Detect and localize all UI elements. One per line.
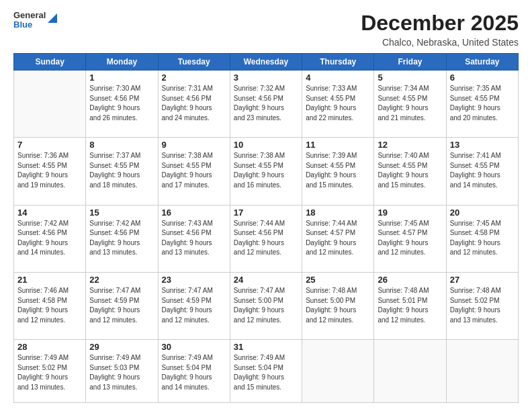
cell-info: Sunrise: 7:46 AMSunset: 4:58 PMDaylight:…	[17, 286, 82, 325]
cell-info: Sunrise: 7:38 AMSunset: 4:55 PMDaylight:…	[234, 151, 298, 190]
calendar-cell: 15Sunrise: 7:42 AMSunset: 4:56 PMDayligh…	[86, 205, 158, 272]
day-number: 26	[378, 275, 442, 285]
location: Chalco, Nebraska, United States	[361, 37, 519, 48]
cell-info: Sunrise: 7:34 AMSunset: 4:55 PMDaylight:…	[378, 84, 442, 123]
calendar-cell: 22Sunrise: 7:47 AMSunset: 4:59 PMDayligh…	[86, 273, 158, 340]
day-number: 5	[378, 73, 442, 83]
day-number: 15	[89, 208, 154, 218]
calendar-week-row: 28Sunrise: 7:49 AMSunset: 5:02 PMDayligh…	[14, 340, 519, 403]
calendar-cell: 7Sunrise: 7:36 AMSunset: 4:55 PMDaylight…	[14, 138, 86, 205]
cell-info: Sunrise: 7:44 AMSunset: 4:56 PMDaylight:…	[234, 219, 298, 258]
cell-info: Sunrise: 7:31 AMSunset: 4:56 PMDaylight:…	[162, 84, 226, 123]
day-number: 10	[234, 140, 298, 150]
cell-info: Sunrise: 7:39 AMSunset: 4:55 PMDaylight:…	[306, 151, 370, 190]
calendar-header-row: SundayMondayTuesdayWednesdayThursdayFrid…	[14, 54, 519, 71]
day-number: 31	[234, 342, 298, 352]
cell-info: Sunrise: 7:35 AMSunset: 4:55 PMDaylight:…	[450, 84, 515, 123]
calendar-cell: 10Sunrise: 7:38 AMSunset: 4:55 PMDayligh…	[230, 138, 302, 205]
logo-text: General Blue	[13, 11, 46, 30]
day-number: 21	[17, 275, 82, 285]
day-number: 4	[306, 73, 370, 83]
day-number: 18	[306, 208, 370, 218]
calendar-cell: 1Sunrise: 7:30 AMSunset: 4:56 PMDaylight…	[86, 71, 158, 138]
day-number: 8	[89, 140, 154, 150]
day-number: 29	[89, 342, 154, 352]
day-number: 1	[89, 73, 154, 83]
calendar-cell: 29Sunrise: 7:49 AMSunset: 5:03 PMDayligh…	[86, 340, 158, 403]
calendar-cell: 9Sunrise: 7:38 AMSunset: 4:55 PMDaylight…	[158, 138, 230, 205]
calendar-cell: 23Sunrise: 7:47 AMSunset: 4:59 PMDayligh…	[158, 273, 230, 340]
day-number: 14	[17, 208, 82, 218]
day-number: 28	[17, 342, 82, 352]
cell-info: Sunrise: 7:40 AMSunset: 4:55 PMDaylight:…	[378, 151, 442, 190]
cell-info: Sunrise: 7:45 AMSunset: 4:58 PMDaylight:…	[450, 219, 515, 258]
calendar-cell: 21Sunrise: 7:46 AMSunset: 4:58 PMDayligh…	[14, 273, 86, 340]
logo-blue: Blue	[13, 20, 46, 30]
day-number: 23	[162, 275, 226, 285]
cell-info: Sunrise: 7:49 AMSunset: 5:02 PMDaylight:…	[17, 353, 82, 392]
calendar-cell: 13Sunrise: 7:41 AMSunset: 4:55 PMDayligh…	[446, 138, 518, 205]
calendar-cell: 8Sunrise: 7:37 AMSunset: 4:55 PMDaylight…	[86, 138, 158, 205]
calendar-week-row: 7Sunrise: 7:36 AMSunset: 4:55 PMDaylight…	[14, 138, 519, 205]
day-number: 2	[162, 73, 226, 83]
calendar-cell: 2Sunrise: 7:31 AMSunset: 4:56 PMDaylight…	[158, 71, 230, 138]
day-number: 30	[162, 342, 226, 352]
day-number: 17	[234, 208, 298, 218]
cell-info: Sunrise: 7:47 AMSunset: 4:59 PMDaylight:…	[162, 286, 226, 325]
calendar-cell: 11Sunrise: 7:39 AMSunset: 4:55 PMDayligh…	[302, 138, 374, 205]
cell-info: Sunrise: 7:47 AMSunset: 4:59 PMDaylight:…	[89, 286, 154, 325]
cell-info: Sunrise: 7:49 AMSunset: 5:03 PMDaylight:…	[89, 353, 154, 392]
day-number: 27	[450, 275, 515, 285]
day-number: 22	[89, 275, 154, 285]
day-number: 13	[450, 140, 515, 150]
page: General Blue December 2025 Chalco, Nebra…	[0, 0, 532, 411]
cell-info: Sunrise: 7:32 AMSunset: 4:56 PMDaylight:…	[234, 84, 298, 123]
cell-info: Sunrise: 7:44 AMSunset: 4:57 PMDaylight:…	[306, 219, 370, 258]
day-number: 12	[378, 140, 442, 150]
header: General Blue December 2025 Chalco, Nebra…	[13, 11, 519, 48]
cell-info: Sunrise: 7:48 AMSunset: 5:01 PMDaylight:…	[378, 286, 442, 325]
cell-info: Sunrise: 7:37 AMSunset: 4:55 PMDaylight:…	[89, 151, 154, 190]
calendar-cell: 30Sunrise: 7:49 AMSunset: 5:04 PMDayligh…	[158, 340, 230, 403]
day-number: 24	[234, 275, 298, 285]
calendar-cell: 20Sunrise: 7:45 AMSunset: 4:58 PMDayligh…	[446, 205, 518, 272]
cell-info: Sunrise: 7:49 AMSunset: 5:04 PMDaylight:…	[234, 353, 298, 392]
title-area: December 2025 Chalco, Nebraska, United S…	[361, 11, 519, 48]
calendar-cell: 3Sunrise: 7:32 AMSunset: 4:56 PMDaylight…	[230, 71, 302, 138]
calendar-cell: 17Sunrise: 7:44 AMSunset: 4:56 PMDayligh…	[230, 205, 302, 272]
cell-info: Sunrise: 7:47 AMSunset: 5:00 PMDaylight:…	[234, 286, 298, 325]
calendar-cell	[374, 340, 446, 403]
calendar-cell: 25Sunrise: 7:48 AMSunset: 5:00 PMDayligh…	[302, 273, 374, 340]
calendar-day-header: Sunday	[14, 54, 86, 71]
calendar-cell: 16Sunrise: 7:43 AMSunset: 4:56 PMDayligh…	[158, 205, 230, 272]
calendar-cell: 24Sunrise: 7:47 AMSunset: 5:00 PMDayligh…	[230, 273, 302, 340]
calendar-week-row: 1Sunrise: 7:30 AMSunset: 4:56 PMDaylight…	[14, 71, 519, 138]
day-number: 20	[450, 208, 515, 218]
calendar-cell: 5Sunrise: 7:34 AMSunset: 4:55 PMDaylight…	[374, 71, 446, 138]
calendar-day-header: Friday	[374, 54, 446, 71]
cell-info: Sunrise: 7:45 AMSunset: 4:57 PMDaylight:…	[378, 219, 442, 258]
calendar-cell: 28Sunrise: 7:49 AMSunset: 5:02 PMDayligh…	[14, 340, 86, 403]
day-number: 9	[162, 140, 226, 150]
cell-info: Sunrise: 7:38 AMSunset: 4:55 PMDaylight:…	[162, 151, 226, 190]
calendar-cell: 18Sunrise: 7:44 AMSunset: 4:57 PMDayligh…	[302, 205, 374, 272]
cell-info: Sunrise: 7:48 AMSunset: 5:02 PMDaylight:…	[450, 286, 515, 325]
calendar-day-header: Tuesday	[158, 54, 230, 71]
month-title: December 2025	[361, 11, 519, 36]
day-number: 3	[234, 73, 298, 83]
calendar-cell: 19Sunrise: 7:45 AMSunset: 4:57 PMDayligh…	[374, 205, 446, 272]
day-number: 16	[162, 208, 226, 218]
cell-info: Sunrise: 7:30 AMSunset: 4:56 PMDaylight:…	[89, 84, 154, 123]
calendar-cell: 26Sunrise: 7:48 AMSunset: 5:01 PMDayligh…	[374, 273, 446, 340]
cell-info: Sunrise: 7:49 AMSunset: 5:04 PMDaylight:…	[162, 353, 226, 392]
logo: General Blue	[13, 11, 57, 30]
cell-info: Sunrise: 7:36 AMSunset: 4:55 PMDaylight:…	[17, 151, 82, 190]
day-number: 25	[306, 275, 370, 285]
calendar-cell: 6Sunrise: 7:35 AMSunset: 4:55 PMDaylight…	[446, 71, 518, 138]
calendar-cell: 31Sunrise: 7:49 AMSunset: 5:04 PMDayligh…	[230, 340, 302, 403]
calendar-day-header: Thursday	[302, 54, 374, 71]
cell-info: Sunrise: 7:43 AMSunset: 4:56 PMDaylight:…	[162, 219, 226, 258]
logo-arrow-icon	[48, 13, 57, 23]
day-number: 7	[17, 140, 82, 150]
day-number: 19	[378, 208, 442, 218]
